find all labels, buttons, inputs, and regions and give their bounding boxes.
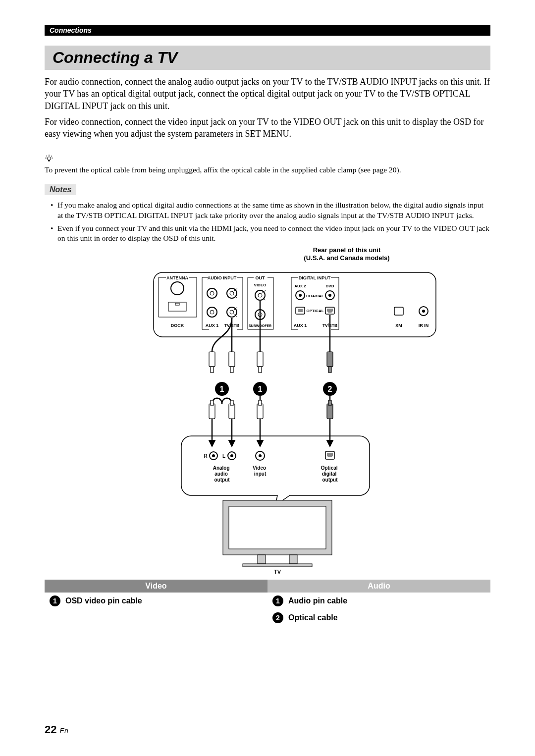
note-item: If you make analog and optical digital a… xyxy=(51,200,490,220)
svg-rect-93 xyxy=(230,400,233,405)
notes-list: If you make analog and optical digital a… xyxy=(45,200,490,243)
svg-text:DOCK: DOCK xyxy=(171,323,184,328)
legend-label: OSD video pin cable xyxy=(65,596,142,605)
svg-rect-96 xyxy=(327,404,333,419)
section-header: Connections xyxy=(45,25,490,36)
svg-text:AUDIO INPUT: AUDIO INPUT xyxy=(208,275,237,280)
svg-point-32 xyxy=(230,310,234,314)
diagram-caption: Rear panel of this unit (U.S.A. and Cana… xyxy=(203,246,490,263)
svg-text:TV: TV xyxy=(274,569,281,575)
svg-rect-97 xyxy=(328,400,331,405)
svg-point-60 xyxy=(328,294,331,297)
svg-text:OUT: OUT xyxy=(256,275,266,280)
svg-text:XM: XM xyxy=(395,323,402,328)
svg-point-26 xyxy=(210,291,214,295)
svg-rect-92 xyxy=(229,404,235,419)
svg-rect-15 xyxy=(168,302,186,311)
svg-text:Optical
    digital
    output: Optical digital output xyxy=(321,465,339,483)
svg-text:DIGITAL INPUT: DIGITAL INPUT xyxy=(299,275,331,280)
num-badge: 1 xyxy=(272,595,283,606)
legend-item: 1 Audio pin cable xyxy=(268,593,490,609)
svg-point-57 xyxy=(299,294,302,297)
svg-text:IR IN: IR IN xyxy=(419,323,429,328)
tip-text: To prevent the optical cable from being … xyxy=(45,165,490,174)
section-label: Connections xyxy=(50,26,92,34)
svg-rect-118 xyxy=(243,564,312,567)
svg-rect-80 xyxy=(327,352,333,367)
svg-line-2 xyxy=(51,156,52,157)
legend-label: Optical cable xyxy=(288,613,338,622)
paragraph-1: For audio connection, connect the analog… xyxy=(45,76,490,112)
svg-point-28 xyxy=(230,291,234,295)
svg-text:OPTICAL: OPTICAL xyxy=(306,309,323,313)
svg-text:AUX 1: AUX 1 xyxy=(206,323,219,328)
svg-line-1 xyxy=(46,156,47,157)
num-badge: 1 xyxy=(50,595,60,606)
cable-legend: Video 1 OSD video pin cable Audio 1 Audi… xyxy=(45,580,490,626)
svg-text:AUX 2: AUX 2 xyxy=(294,284,306,288)
svg-point-14 xyxy=(171,282,184,295)
svg-text:L: L xyxy=(222,453,225,459)
svg-text:AUX 1: AUX 1 xyxy=(294,323,307,328)
svg-rect-116 xyxy=(258,555,266,564)
svg-rect-90 xyxy=(209,404,215,419)
page-number: 22 En xyxy=(45,723,68,736)
svg-rect-91 xyxy=(211,400,214,405)
svg-rect-81 xyxy=(328,367,331,373)
legend-head-audio: Audio xyxy=(268,580,490,593)
svg-rect-94 xyxy=(257,404,263,419)
svg-text:1: 1 xyxy=(220,385,224,393)
svg-rect-77 xyxy=(257,352,263,367)
paragraph-2: For video connection, connect the video … xyxy=(45,116,490,140)
svg-text:ANTENNA: ANTENNA xyxy=(166,275,188,280)
svg-text:COAXIAL: COAXIAL xyxy=(306,294,324,298)
svg-text:Video
    input: Video input xyxy=(253,465,268,477)
svg-text:2: 2 xyxy=(328,385,332,393)
svg-rect-115 xyxy=(229,506,326,549)
svg-point-107 xyxy=(230,454,233,457)
svg-point-5 xyxy=(48,157,51,161)
svg-point-70 xyxy=(422,310,425,313)
svg-text:Analog
    audio
    output: Analog audio output xyxy=(213,465,231,483)
svg-text:DVD: DVD xyxy=(326,284,334,288)
svg-rect-67 xyxy=(394,307,403,315)
svg-rect-62 xyxy=(298,309,303,312)
svg-point-30 xyxy=(210,310,214,314)
connection-diagram: ANTENNA DOCK AUDIO INPUT AUX 1 TV/STB OU… xyxy=(45,268,490,575)
notes-heading: Notes xyxy=(45,184,76,195)
svg-rect-78 xyxy=(259,367,262,373)
svg-rect-117 xyxy=(289,555,297,564)
svg-point-43 xyxy=(258,293,262,297)
svg-text:R: R xyxy=(204,453,208,459)
svg-rect-73 xyxy=(211,367,214,373)
svg-point-25 xyxy=(207,288,217,298)
legend-item: 2 Optical cable xyxy=(268,609,490,626)
legend-head-video: Video xyxy=(45,580,268,593)
svg-point-104 xyxy=(212,454,215,457)
svg-text:1: 1 xyxy=(258,385,263,393)
svg-point-29 xyxy=(207,307,217,317)
legend-item: 1 OSD video pin cable xyxy=(45,593,268,609)
tip-icon xyxy=(45,155,490,163)
legend-label: Audio pin cable xyxy=(288,596,347,605)
svg-point-109 xyxy=(259,454,262,457)
svg-rect-16 xyxy=(175,303,179,305)
note-item: Even if you connect your TV and this uni… xyxy=(51,223,490,243)
svg-rect-72 xyxy=(209,352,215,367)
svg-text:VIDEO: VIDEO xyxy=(254,283,267,287)
svg-rect-95 xyxy=(259,400,262,405)
svg-rect-74 xyxy=(229,352,235,367)
svg-rect-75 xyxy=(230,367,233,373)
page-title: Connecting a TV xyxy=(45,46,490,70)
num-badge: 2 xyxy=(272,612,283,623)
